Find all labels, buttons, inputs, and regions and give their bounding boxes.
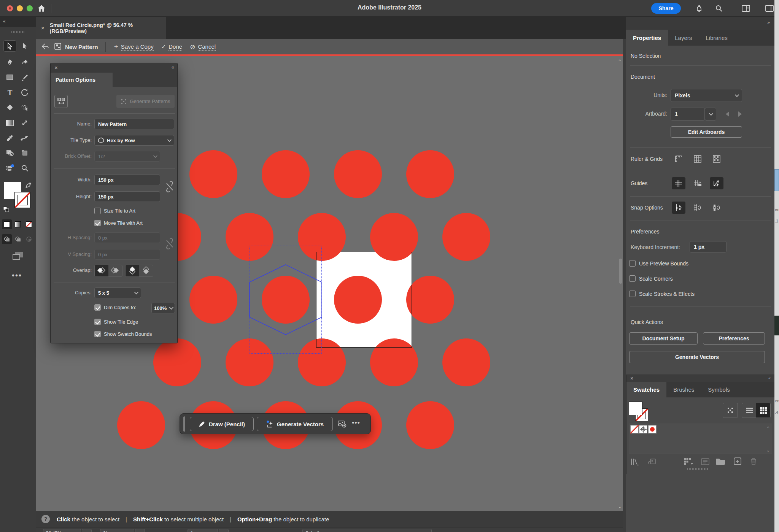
direct-selection-tool[interactable] <box>18 40 31 52</box>
artboard-nav-field[interactable]: 1 <box>188 529 218 532</box>
rotate-tool[interactable] <box>18 87 31 98</box>
rectangle-tool[interactable] <box>3 72 16 83</box>
color-mode-button[interactable] <box>2 219 12 229</box>
panel-resize-handle[interactable] <box>687 468 709 470</box>
edit-toolbar-ellipsis-icon[interactable]: ••• <box>12 271 22 280</box>
status-tool-display[interactable]: Selection <box>302 529 432 532</box>
list-view-icon[interactable] <box>742 403 756 418</box>
artboard-number-field[interactable]: 1 <box>671 108 705 121</box>
show-tile-edge-checkbox[interactable] <box>94 319 101 325</box>
tab-libraries[interactable]: Libraries <box>699 30 734 46</box>
overlap-bottom-in-front-button[interactable] <box>139 265 153 276</box>
share-button[interactable]: Share <box>651 3 681 14</box>
eyedropper-tool[interactable] <box>3 132 16 144</box>
dim-copies-checkbox[interactable] <box>94 304 101 311</box>
overlap-left-in-front-button[interactable] <box>95 265 108 276</box>
artboard-nav-chevron[interactable] <box>219 529 229 532</box>
save-a-copy-button[interactable]: Save a Copy <box>121 43 154 51</box>
snap-to-grid-icon[interactable] <box>691 202 704 214</box>
overlap-top-in-front-button[interactable] <box>126 265 139 276</box>
lock-guides-icon[interactable] <box>691 177 704 189</box>
collapse-right-panel-icon[interactable]: » <box>767 20 769 25</box>
edit-artboards-button[interactable]: Edit Artboards <box>671 126 742 138</box>
default-fill-stroke-icon[interactable] <box>3 206 10 214</box>
draw-normal-mode-button[interactable] <box>2 234 12 244</box>
swatch-none[interactable] <box>630 425 639 434</box>
new-swatch-icon[interactable] <box>733 457 742 467</box>
collapse-panel-icon[interactable]: « <box>172 65 173 70</box>
collapse-swatches-icon[interactable]: « <box>768 376 770 380</box>
swatch-scroll-up-icon[interactable]: ⌃ <box>766 426 770 431</box>
zoom-chevron[interactable] <box>82 529 92 532</box>
collapse-left-dock-icon[interactable]: « <box>0 17 36 27</box>
gradient-mode-button[interactable] <box>13 219 23 229</box>
select-similar-tool[interactable] <box>18 102 31 113</box>
pattern-name-input[interactable]: New Pattern <box>94 119 174 129</box>
swatch-red-circle-pattern[interactable] <box>648 425 657 434</box>
taskbar-drag-handle[interactable] <box>183 416 185 432</box>
zoom-level-dropdown[interactable]: 56.47% <box>43 529 81 532</box>
snap-to-pixel-icon[interactable] <box>710 202 723 214</box>
exit-pattern-mode-icon[interactable] <box>41 43 49 51</box>
none-mode-button[interactable] <box>24 219 34 229</box>
search-icon[interactable] <box>714 4 723 14</box>
stroke-color-swatch[interactable] <box>14 192 30 208</box>
tile-type-dropdown[interactable]: Hex by Row <box>94 135 174 146</box>
more-options-ellipsis-icon[interactable]: ••• <box>352 419 360 427</box>
scale-tool[interactable] <box>18 117 31 129</box>
puppet-warp-tool[interactable] <box>18 132 31 144</box>
close-tab-icon[interactable]: × <box>41 25 45 31</box>
gradient-tool[interactable] <box>3 117 16 129</box>
dock-drag-handle[interactable] <box>11 31 25 33</box>
height-input[interactable]: 150 px <box>94 191 160 202</box>
swatches-fill-proxy[interactable] <box>629 402 642 415</box>
snap-to-point-icon[interactable] <box>672 202 685 214</box>
cancel-button[interactable]: Cancel <box>198 43 216 51</box>
pattern-options-shortcut-icon[interactable] <box>723 403 738 418</box>
swatch-libraries-icon[interactable] <box>630 458 639 467</box>
document-setup-button[interactable]: Document Setup <box>629 332 698 345</box>
artboard-dropdown-chevron[interactable] <box>705 108 716 121</box>
zoom-tool[interactable] <box>18 162 31 174</box>
show-transparency-grid-icon[interactable] <box>710 153 723 165</box>
notifications-bell-icon[interactable] <box>695 4 704 14</box>
scroll-up-icon[interactable]: ⌃ <box>618 59 622 64</box>
draw-pencil-button[interactable]: Draw (Pencil) <box>190 417 254 431</box>
smart-guides-icon[interactable] <box>710 177 723 189</box>
eraser-tool[interactable] <box>3 102 16 113</box>
screen-mode-icon[interactable] <box>11 251 24 264</box>
next-artboard-icon[interactable] <box>738 111 742 117</box>
swap-fill-stroke-icon[interactable] <box>25 182 32 190</box>
size-tile-to-art-checkbox[interactable] <box>94 208 101 214</box>
dim-copies-value-dropdown[interactable]: 100% <box>151 303 175 313</box>
document-tab[interactable]: × Small Red Circle.png* @ 56.47 % (RGB/P… <box>36 17 166 39</box>
scale-strokes-effects-checkbox[interactable] <box>629 291 636 297</box>
use-preview-bounds-checkbox[interactable] <box>629 260 636 267</box>
move-tile-with-art-checkbox[interactable] <box>94 220 101 226</box>
paintbrush-tool[interactable] <box>18 72 31 83</box>
scale-corners-checkbox[interactable] <box>629 275 636 282</box>
add-to-library-icon[interactable] <box>647 458 657 467</box>
tab-brushes[interactable]: Brushes <box>666 382 701 397</box>
show-swatch-bounds-checkbox[interactable] <box>94 331 101 337</box>
swatch-scroll-down-icon[interactable]: ⌄ <box>766 447 770 453</box>
scroll-down-icon[interactable]: ⌄ <box>618 503 622 509</box>
draw-inside-mode-button[interactable] <box>24 234 34 244</box>
units-dropdown[interactable]: Pixels <box>671 89 742 102</box>
close-swatches-icon[interactable]: × <box>630 375 633 381</box>
type-tool[interactable]: T <box>3 87 16 98</box>
show-grid-icon[interactable] <box>691 153 704 165</box>
draw-behind-mode-button[interactable] <box>13 234 23 244</box>
generate-vectors-quick-action-button[interactable]: Generate Vectors <box>629 351 765 363</box>
pattern-tile-tool-button[interactable] <box>54 95 68 108</box>
show-swatch-kinds-icon[interactable] <box>684 458 693 467</box>
add-image-icon[interactable] <box>337 420 347 430</box>
preferences-button[interactable]: Preferences <box>703 332 765 345</box>
panel-toggle-icon[interactable] <box>765 4 774 14</box>
copies-dropdown[interactable]: 5 x 5 <box>94 287 141 298</box>
vertical-scrollbar-thumb[interactable] <box>619 259 622 284</box>
selection-tool[interactable] <box>3 40 16 52</box>
previous-artboard-icon[interactable] <box>726 111 729 117</box>
done-button[interactable]: Done <box>169 43 182 51</box>
tab-symbols[interactable]: Symbols <box>701 382 737 397</box>
